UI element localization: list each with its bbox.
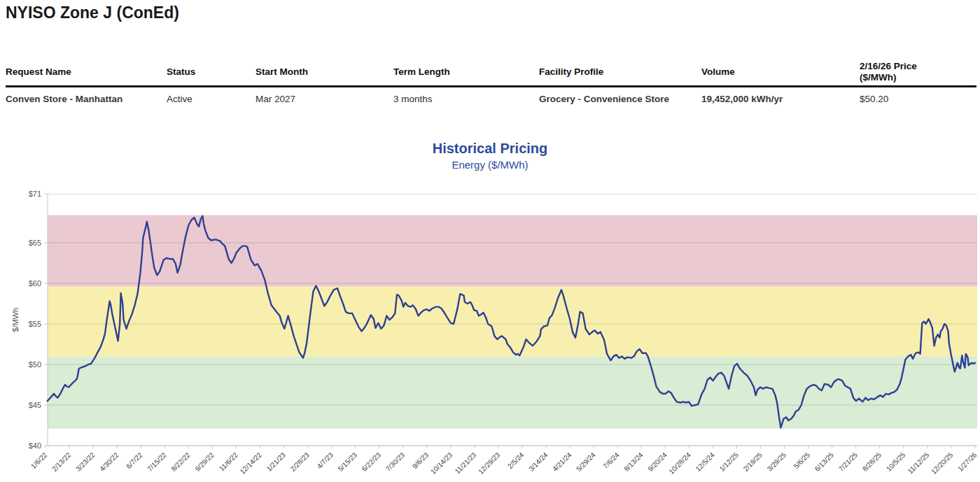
cell-status: Active (167, 94, 255, 104)
band-mid (48, 287, 977, 357)
x-tick-label: 1/6/22 (29, 451, 49, 470)
price-header-line2: ($/MWh) (860, 72, 896, 83)
col-header-price: 2/16/26 Price ($/MWh) (860, 61, 976, 83)
x-tick-label: 12/20/25 (930, 451, 955, 476)
x-tick-label: 7/15/22 (146, 451, 168, 473)
y-axis-title: $/MWh (11, 308, 20, 332)
y-axis-labels: $71$65$60$55$50$45$40 (29, 190, 41, 450)
x-tick-label: 6/7/22 (125, 451, 144, 470)
x-tick-label: 12/5/24 (694, 451, 716, 473)
x-tick-label: 5/6/25 (792, 451, 812, 470)
col-header-request-name: Request Name (6, 66, 167, 78)
x-tick-label: 3/29/25 (766, 451, 788, 473)
x-tick-label: 12/29/23 (477, 451, 502, 476)
x-tick-label: 3/14/24 (527, 451, 550, 473)
x-tick-label: 9/6/23 (411, 451, 430, 470)
col-header-facility-profile: Facility Profile (539, 66, 701, 78)
cell-volume: 19,452,000 kWh/yr (701, 94, 860, 104)
y-tick-label: $40 (29, 441, 41, 450)
cell-term-length: 3 months (393, 94, 539, 104)
request-table-header: Request Name Status Start Month Term Len… (6, 59, 976, 87)
col-header-term-length: Term Length (393, 66, 539, 78)
x-tick-label: 8/28/25 (861, 451, 883, 473)
x-tick-label: 10/28/24 (667, 451, 692, 476)
x-tick-label: 2/19/25 (742, 451, 764, 473)
y-tick-label: $50 (29, 360, 41, 369)
x-tick-label: 3/23/22 (74, 451, 97, 473)
x-tick-label: 1/12/25 (718, 451, 741, 473)
x-tick-label: 2/5/24 (506, 451, 526, 470)
x-tick-label: 9/20/24 (646, 451, 668, 473)
cell-price: $50.20 (860, 94, 976, 104)
x-tick-label: 1/21/23 (265, 451, 288, 473)
x-tick-label: 6/22/23 (360, 451, 383, 473)
band-high (48, 215, 977, 287)
col-header-volume: Volume (701, 66, 860, 78)
y-tick-label: $55 (29, 320, 41, 328)
price-header-line1: 2/16/26 Price (860, 61, 917, 71)
x-tick-label: 11/12/25 (906, 451, 931, 475)
x-tick-label: 2/28/23 (289, 451, 312, 473)
x-tick-label: 9/29/22 (193, 451, 216, 473)
x-tick-label: 12/14/22 (239, 451, 264, 476)
chart-subtitle: Energy ($/MWh) (0, 159, 980, 171)
chart-title: Historical Pricing (0, 141, 980, 157)
y-tick-label: $60 (29, 279, 41, 288)
x-tick-label: 5/15/23 (337, 451, 359, 473)
x-tick-label: 4/30/22 (98, 451, 120, 473)
cell-request-name: Conven Store - Manhattan (6, 94, 167, 104)
x-tick-label: 11/6/22 (218, 451, 239, 472)
x-tick-label: 2/13/22 (50, 451, 73, 473)
x-axis-labels: 1/6/222/13/223/23/224/30/226/7/227/15/22… (29, 446, 979, 476)
x-tick-label: 7/21/25 (837, 451, 860, 473)
x-tick-label: 5/29/24 (575, 451, 597, 473)
x-tick-label: 7/30/23 (384, 451, 407, 473)
chart-bands (48, 215, 977, 429)
page-title: NYISO Zone J (ConEd) (6, 3, 179, 22)
x-tick-label: 1/27/26 (956, 451, 979, 473)
cell-facility-profile: Grocery - Convenience Store (539, 94, 701, 104)
cell-start-month: Mar 2027 (255, 94, 393, 104)
x-tick-label: 4/21/24 (551, 451, 573, 473)
historical-pricing-chart: $71$65$60$55$50$45$40$/MWh1/6/222/13/223… (0, 183, 980, 482)
x-tick-label: 10/5/25 (885, 451, 907, 473)
x-tick-label: 8/22/22 (169, 451, 192, 473)
x-tick-label: 8/13/24 (622, 451, 645, 473)
col-header-status: Status (167, 66, 255, 78)
x-tick-label: 6/13/25 (813, 451, 836, 473)
y-tick-label: $71 (29, 190, 41, 198)
x-tick-label: 4/7/23 (316, 451, 335, 470)
request-table: Request Name Status Start Month Term Len… (6, 59, 976, 104)
table-row: Conven Store - Manhattan Active Mar 2027… (6, 87, 976, 104)
x-tick-label: 11/21/23 (454, 451, 478, 475)
y-tick-label: $65 (29, 239, 41, 247)
band-low (48, 356, 977, 428)
x-tick-label: 7/6/24 (601, 451, 621, 470)
y-tick-label: $45 (29, 401, 41, 409)
col-header-start-month: Start Month (255, 66, 393, 78)
x-tick-label: 10/14/23 (429, 451, 454, 476)
